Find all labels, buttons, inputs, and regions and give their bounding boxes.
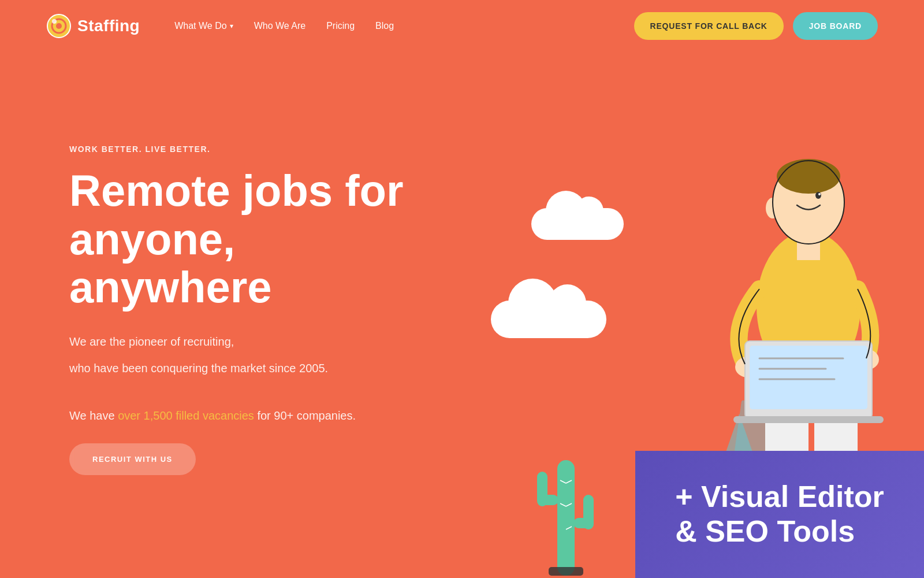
- hero-content: WORK BETTER. LIVE BETTER. Remote jobs fo…: [69, 144, 427, 475]
- request-callback-button[interactable]: REQUEST FOR CALL BACK: [634, 12, 784, 40]
- svg-rect-26: [557, 460, 575, 576]
- svg-rect-22: [733, 416, 884, 423]
- cloud-2: [491, 301, 606, 338]
- svg-point-6: [777, 159, 840, 194]
- hero-title-line2: anyone, anywhere: [69, 214, 272, 312]
- svg-rect-36: [549, 567, 583, 576]
- logo[interactable]: Staffing: [46, 13, 140, 39]
- badge-text: + Visual Editor & SEO Tools: [652, 468, 907, 561]
- nav-item-pricing[interactable]: Pricing: [326, 21, 355, 31]
- logo-text: Staffing: [77, 17, 140, 35]
- hero-desc-line1: We are the pioneer of recruiting,: [69, 332, 427, 351]
- logo-icon: [46, 13, 72, 39]
- chevron-down-icon: ▾: [230, 22, 233, 30]
- nav-item-what-we-do[interactable]: What We Do ▾: [174, 21, 233, 31]
- nav-item-blog[interactable]: Blog: [375, 21, 394, 31]
- svg-rect-28: [537, 472, 547, 506]
- svg-point-2: [56, 23, 62, 29]
- header-left: Staffing What We Do ▾ Who We Are Pricing…: [46, 13, 394, 39]
- person-illustration: [676, 110, 895, 468]
- nav-item-who-we-are[interactable]: Who We Are: [254, 21, 306, 31]
- badge-line1: + Visual Editor: [675, 480, 884, 513]
- recruit-button[interactable]: RECRUIT WITH US: [69, 443, 196, 475]
- header-right: REQUEST FOR CALL BACK JOB BOARD: [634, 12, 878, 40]
- hero-highlight: over 1,500 filled vacancies: [118, 409, 254, 422]
- job-board-button[interactable]: JOB BOARD: [793, 12, 878, 40]
- hero-desc-suffix: for 90+ companies.: [254, 409, 356, 422]
- svg-rect-10: [797, 237, 820, 260]
- badge-line2: & SEO Tools: [675, 514, 855, 548]
- svg-rect-30: [583, 495, 594, 529]
- header: Staffing What We Do ▾ Who We Are Pricing…: [0, 0, 924, 52]
- svg-point-3: [52, 19, 57, 24]
- hero-desc-vacancies: We have over 1,500 filled vacancies for …: [69, 406, 427, 425]
- svg-point-8: [818, 193, 821, 195]
- svg-rect-18: [750, 346, 867, 409]
- nav: What We Do ▾ Who We Are Pricing Blog: [174, 21, 394, 31]
- hero-desc-line2: who have been conquering the market sinc…: [69, 359, 427, 377]
- svg-point-7: [815, 192, 821, 199]
- cactus: [531, 437, 601, 578]
- hero-title: Remote jobs for anyone, anywhere: [69, 166, 427, 312]
- hero-tagline: WORK BETTER. LIVE BETTER.: [69, 144, 427, 154]
- hero-desc-prefix: We have: [69, 409, 118, 422]
- hero-title-line1: Remote jobs for: [69, 166, 404, 215]
- hero-section: WORK BETTER. LIVE BETTER. Remote jobs fo…: [0, 52, 924, 578]
- cloud-1: [531, 208, 624, 240]
- badge-overlay: + Visual Editor & SEO Tools: [635, 451, 924, 578]
